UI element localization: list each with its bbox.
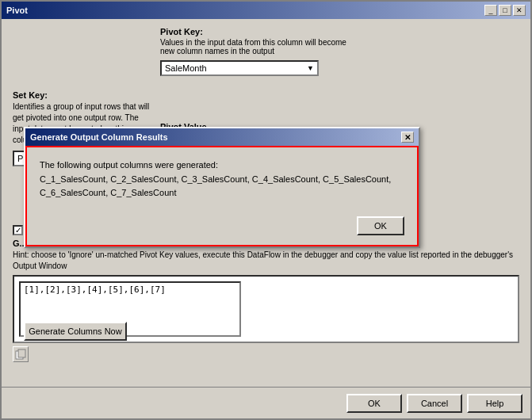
modal-close-button[interactable]: ✕ <box>401 132 414 143</box>
modal-dialog: Generate Output Column Results ✕ The fol… <box>24 127 420 248</box>
modal-title: Generate Output Column Results <box>30 132 168 142</box>
main-window: Pivot _ □ ✕ Pivot Key: Values in the inp… <box>0 0 532 420</box>
modal-footer: OK <box>40 213 404 237</box>
modal-ok-button[interactable]: OK <box>357 216 404 235</box>
modal-title-bar: Generate Output Column Results ✕ <box>25 128 419 146</box>
modal-overlay: Generate Output Column Results ✕ The fol… <box>0 0 532 420</box>
modal-body: The following output columns were genera… <box>25 146 419 246</box>
modal-message: The following output columns were genera… <box>40 158 404 200</box>
